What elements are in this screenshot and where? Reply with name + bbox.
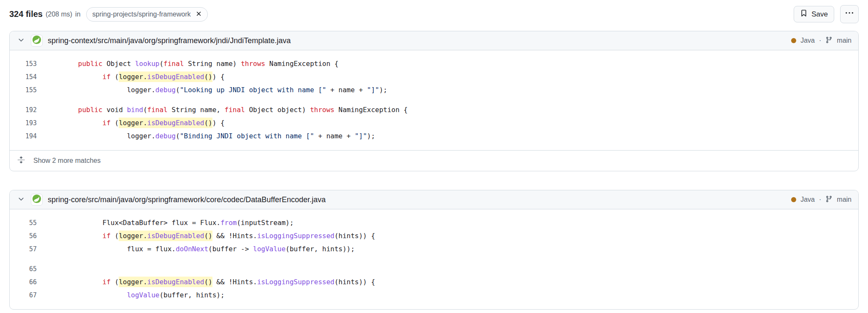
line-number[interactable]: 56 bbox=[10, 232, 37, 240]
collapse-toggle-button[interactable] bbox=[16, 36, 26, 46]
code-snippets: 153 public Object lookup(final String na… bbox=[10, 50, 858, 150]
line-number[interactable]: 65 bbox=[10, 265, 37, 273]
line-number[interactable]: 55 bbox=[10, 219, 37, 227]
code-line: 55 Flux<DataBuffer> flux = Flux.from(inp… bbox=[10, 216, 858, 229]
code-search-results-page: 324 files (208 ms) in spring-projects/sp… bbox=[0, 0, 868, 310]
match-group: 192 public void bind(final String name, … bbox=[10, 103, 858, 143]
show-more-matches-button[interactable]: Show 2 more matches bbox=[10, 150, 858, 171]
search-duration: (208 ms) bbox=[46, 11, 72, 18]
repo-avatar[interactable] bbox=[31, 194, 43, 206]
match-group: 55 Flux<DataBuffer> flux = Flux.from(inp… bbox=[10, 216, 858, 255]
line-number[interactable]: 66 bbox=[10, 278, 37, 286]
language-dot bbox=[791, 197, 796, 202]
line-number[interactable]: 192 bbox=[10, 106, 37, 114]
line-number[interactable]: 67 bbox=[10, 291, 37, 299]
code-line: 193 if (logger.isDebugEnabled()) { bbox=[10, 116, 858, 129]
code-snippets: 55 Flux<DataBuffer> flux = Flux.from(inp… bbox=[10, 209, 858, 309]
line-number[interactable]: 57 bbox=[10, 245, 37, 253]
results-summary: 324 files (208 ms) in spring-projects/sp… bbox=[9, 7, 208, 22]
repo-filter-label: spring-projects/spring-framework bbox=[93, 11, 191, 18]
git-branch-icon bbox=[825, 195, 833, 204]
code-text: if (logger.isDebugEnabled() && !Hints.is… bbox=[37, 278, 375, 286]
spring-logo-icon bbox=[32, 35, 41, 46]
code-text: public Object lookup(final String name) … bbox=[37, 60, 338, 68]
repo-avatar[interactable] bbox=[31, 35, 43, 47]
remove-filter-button[interactable] bbox=[195, 10, 202, 19]
x-icon bbox=[195, 10, 202, 19]
show-more-matches-label: Show 2 more matches bbox=[33, 157, 101, 165]
code-line: 66 if (logger.isDebugEnabled() && !Hints… bbox=[10, 275, 858, 288]
code-text: logValue(buffer, hints); bbox=[37, 291, 225, 299]
line-number[interactable]: 153 bbox=[10, 60, 37, 68]
file-meta: Java · main bbox=[791, 36, 852, 45]
language-label: Java bbox=[800, 196, 815, 203]
kebab-horizontal-icon bbox=[846, 9, 853, 19]
code-line: 153 public Object lookup(final String na… bbox=[10, 57, 858, 70]
collapse-toggle-button[interactable] bbox=[16, 195, 26, 205]
unfold-icon bbox=[17, 156, 25, 165]
repo-filter-chip[interactable]: spring-projects/spring-framework bbox=[86, 7, 208, 22]
code-text: logger.debug("Looking up JNDI object wit… bbox=[37, 86, 387, 94]
code-line: 57 flux = flux.doOnNext(buffer -> logVal… bbox=[10, 242, 858, 255]
branch-label: main bbox=[837, 37, 852, 44]
branch-label: main bbox=[837, 196, 852, 203]
meta-separator: · bbox=[819, 196, 821, 203]
code-text: public void bind(final String name, fina… bbox=[37, 106, 408, 114]
language-label: Java bbox=[800, 37, 815, 44]
line-number[interactable]: 154 bbox=[10, 73, 37, 81]
in-label: in bbox=[75, 11, 80, 18]
save-button[interactable]: Save bbox=[794, 6, 834, 22]
file-card-header: spring-context/src/main/java/org/springf… bbox=[10, 31, 858, 50]
line-number[interactable]: 194 bbox=[10, 132, 37, 140]
code-text: logger.debug("Binding JNDI object with n… bbox=[37, 132, 375, 140]
file-card-header: spring-core/src/main/java/org/springfram… bbox=[10, 190, 858, 209]
file-result-card: spring-core/src/main/java/org/springfram… bbox=[9, 190, 859, 310]
results-actions: Save bbox=[794, 5, 859, 23]
code-text: if (logger.isDebugEnabled() && !Hints.is… bbox=[37, 232, 375, 240]
results-header: 324 files (208 ms) in spring-projects/sp… bbox=[9, 5, 859, 23]
code-line: 194 logger.debug("Binding JNDI object wi… bbox=[10, 129, 858, 143]
code-line: 192 public void bind(final String name, … bbox=[10, 103, 858, 116]
code-line: 65 bbox=[10, 262, 858, 275]
code-line: 155 logger.debug("Looking up JNDI object… bbox=[10, 83, 858, 96]
chevron-down-icon bbox=[17, 195, 25, 204]
code-text: if (logger.isDebugEnabled()) { bbox=[37, 119, 225, 127]
code-text: if (logger.isDebugEnabled()) { bbox=[37, 73, 225, 81]
more-options-button[interactable] bbox=[840, 5, 859, 23]
code-line: 56 if (logger.isDebugEnabled() && !Hints… bbox=[10, 229, 858, 242]
bookmark-icon bbox=[800, 9, 808, 19]
meta-separator: · bbox=[819, 37, 821, 44]
line-number[interactable]: 155 bbox=[10, 86, 37, 94]
file-result-card: spring-context/src/main/java/org/springf… bbox=[9, 31, 859, 171]
chevron-down-icon bbox=[17, 36, 25, 45]
file-path-link[interactable]: spring-context/src/main/java/org/springf… bbox=[48, 36, 291, 45]
spring-logo-icon bbox=[32, 194, 41, 205]
language-dot bbox=[791, 38, 796, 43]
result-count: 324 files bbox=[9, 9, 43, 19]
line-number[interactable]: 193 bbox=[10, 119, 37, 127]
git-branch-icon bbox=[825, 36, 833, 45]
code-text: Flux<DataBuffer> flux = Flux.from(inputS… bbox=[37, 219, 294, 227]
code-line: 154 if (logger.isDebugEnabled()) { bbox=[10, 70, 858, 83]
code-line: 67 logValue(buffer, hints); bbox=[10, 288, 858, 302]
match-group: 6566 if (logger.isDebugEnabled() && !Hin… bbox=[10, 262, 858, 302]
save-button-label: Save bbox=[811, 10, 828, 19]
code-text: flux = flux.doOnNext(buffer -> logValue(… bbox=[37, 245, 355, 253]
file-path-link[interactable]: spring-core/src/main/java/org/springfram… bbox=[48, 195, 326, 204]
file-meta: Java · main bbox=[791, 195, 852, 204]
match-group: 153 public Object lookup(final String na… bbox=[10, 57, 858, 96]
